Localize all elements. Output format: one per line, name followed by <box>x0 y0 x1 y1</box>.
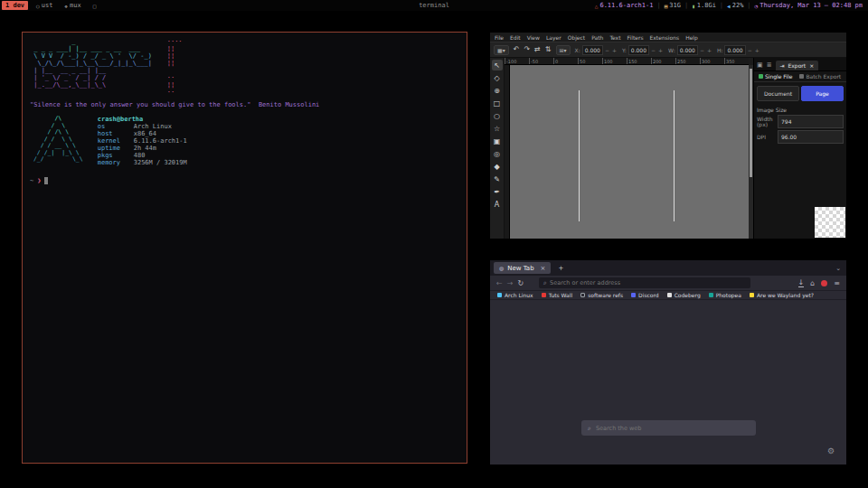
rotate-ccw-icon[interactable]: ↶ <box>514 46 520 53</box>
url-bar[interactable]: ⌕ <box>539 277 750 288</box>
code-icon: ❖ <box>64 3 68 9</box>
bookmark-label: Tuts Wall <box>549 292 573 298</box>
star-tool-icon[interactable]: ☆ <box>492 123 503 134</box>
fill-tool-icon[interactable]: ◆ <box>492 161 503 172</box>
web-search-input[interactable] <box>596 425 750 432</box>
flip-vertical-icon[interactable]: ⇅ <box>545 46 552 53</box>
dpi-input[interactable] <box>778 130 844 144</box>
document-button[interactable]: Document <box>757 86 799 101</box>
ruler-label: 250 <box>675 58 700 64</box>
tab-overflow-chevron-icon[interactable]: ⌄ <box>835 265 841 272</box>
calligraphy-tool-icon[interactable]: ✒ <box>492 186 503 197</box>
terminal-window[interactable]: _ ···· _ _ _ ___| |__ ___ _ __ ___ ¦¦ \ … <box>22 32 467 464</box>
scrollbar-thumb[interactable] <box>750 69 752 177</box>
fetch-block: /\ / \ / /\ \ / / \ \ / / __ \ \ / /_| |… <box>30 116 459 166</box>
menu-extensions[interactable]: Extensions <box>650 34 680 41</box>
flip-horizontal-icon[interactable]: ⇄ <box>534 46 541 53</box>
stepper-minus[interactable]: − <box>650 47 656 53</box>
menu-path[interactable]: Path <box>591 34 603 41</box>
browser-window[interactable]: ◍ New Tab × + ⌄ ← → ↻ ⌕ ↓ ⌂ ≡ Arch Linux… <box>490 260 846 465</box>
new-tab-page: ⌕ ⚙ <box>490 300 846 465</box>
menu-object[interactable]: Object <box>568 34 586 41</box>
page-button[interactable]: Page <box>801 86 844 101</box>
url-input[interactable] <box>550 279 746 286</box>
forward-icon[interactable]: → <box>507 279 514 287</box>
stepper-minus[interactable]: − <box>604 47 610 53</box>
stepper-plus[interactable]: + <box>657 47 664 53</box>
field-value[interactable]: 0.000 <box>677 45 698 55</box>
stepper-plus[interactable]: + <box>754 47 760 53</box>
back-icon[interactable]: ← <box>496 279 503 287</box>
stepper-minus[interactable]: − <box>699 47 705 53</box>
field-value[interactable]: 0.000 <box>582 45 603 55</box>
export-tab-label: Export <box>788 62 807 69</box>
bookmark-item[interactable]: Arch Linux <box>497 292 533 298</box>
separator: | <box>747 2 750 9</box>
bookmark-item[interactable]: software refs <box>580 292 623 298</box>
new-tab-button[interactable]: + <box>558 265 563 272</box>
extensions-icon[interactable]: ⌂ <box>810 279 815 287</box>
inkscape-canvas[interactable] <box>510 65 749 239</box>
active-tab[interactable]: ◍ New Tab × <box>494 262 551 274</box>
menu-file[interactable]: File <box>495 34 504 41</box>
menu-edit[interactable]: Edit <box>510 34 521 41</box>
menu-icon[interactable]: ≡ <box>834 279 840 287</box>
snap-dropdown-icon[interactable]: ⊞▾ <box>556 45 571 55</box>
layers-panel-icon[interactable]: ≣ <box>767 61 772 70</box>
stepper-plus[interactable]: + <box>706 47 712 53</box>
prompt-symbol: ❯ <box>37 177 41 184</box>
adblock-icon[interactable] <box>821 280 827 286</box>
shell-prompt[interactable]: ~❯ <box>30 177 459 184</box>
pencil-tool-icon[interactable]: ✎ <box>492 174 503 184</box>
width-input[interactable] <box>778 115 844 128</box>
x-field: X:0.000−+ <box>575 45 618 55</box>
fetch-value: 6.11.6-arch1-1 <box>134 137 187 145</box>
menu-view[interactable]: View <box>527 34 540 41</box>
export-tab[interactable]: ⇥ Export × <box>776 61 819 70</box>
menu-help[interactable]: Help <box>685 34 698 41</box>
bookmark-item[interactable]: Photopea <box>709 292 741 298</box>
stepper-minus[interactable]: − <box>747 47 753 53</box>
folder-icon <box>580 293 585 297</box>
box3d-tool-icon[interactable]: ▣ <box>492 136 503 146</box>
single-file-tab[interactable]: Single File <box>756 72 795 80</box>
ruler-label: 300 <box>700 58 724 64</box>
bookmark-item[interactable]: Codeberg <box>667 292 701 298</box>
batch-export-tab[interactable]: Batch Export <box>797 72 844 80</box>
workspace-item[interactable]: □ <box>90 1 100 10</box>
export-tab-close-icon[interactable]: × <box>809 62 814 69</box>
page-edge-left <box>579 90 580 221</box>
rotate-cw-icon[interactable]: ↷ <box>524 46 530 53</box>
bookmark-item[interactable]: Discord <box>631 292 659 298</box>
workspace-item[interactable]: ○ust <box>33 1 56 10</box>
menu-filters[interactable]: Filters <box>627 34 644 41</box>
grid-dropdown-icon[interactable]: ▦▾ <box>494 45 509 55</box>
bookmark-item[interactable]: Are we Wayland yet? <box>750 292 814 298</box>
menu-layer[interactable]: Layer <box>546 34 561 41</box>
field-value[interactable]: 0.000 <box>724 45 745 55</box>
downloads-icon[interactable]: ↓ <box>798 278 805 287</box>
zoom-tool-icon[interactable]: ⊕ <box>492 85 503 96</box>
stepper-plus[interactable]: + <box>611 47 618 53</box>
inkscape-window[interactable]: FileEditViewLayerObjectPathTextFiltersEx… <box>490 33 846 239</box>
web-search-box[interactable]: ⌕ <box>581 420 756 436</box>
clock-icon: ◔ <box>755 3 759 9</box>
objects-panel-icon[interactable]: ▣ <box>757 61 763 70</box>
field-value[interactable]: 0.000 <box>628 45 649 55</box>
workspace-item[interactable]: 1 dev <box>2 1 28 10</box>
export-preview-checkerboard <box>815 207 845 238</box>
browser-navbar: ← → ↻ ⌕ ↓ ⌂ ≡ <box>490 276 846 291</box>
menu-text[interactable]: Text <box>609 34 620 41</box>
arch-logo-ascii: /\ / \ / /\ \ / / \ \ / / __ \ \ / /_| |… <box>30 116 83 166</box>
workspace-item[interactable]: ❖mux <box>61 1 84 10</box>
newtab-settings-gear-icon[interactable]: ⚙ <box>827 446 835 455</box>
spiral-tool-icon[interactable]: ◎ <box>492 148 503 159</box>
ellipse-tool-icon[interactable]: ○ <box>492 110 503 121</box>
tab-close-icon[interactable]: × <box>541 265 546 272</box>
rectangle-tool-icon[interactable]: □ <box>492 98 503 108</box>
reload-icon[interactable]: ↻ <box>517 279 524 287</box>
node-tool-icon[interactable]: ◇ <box>492 72 503 83</box>
text-tool-icon[interactable]: A <box>492 199 503 210</box>
selector-tool-icon[interactable]: ↖ <box>492 60 503 70</box>
bookmark-item[interactable]: Tuts Wall <box>542 292 573 298</box>
